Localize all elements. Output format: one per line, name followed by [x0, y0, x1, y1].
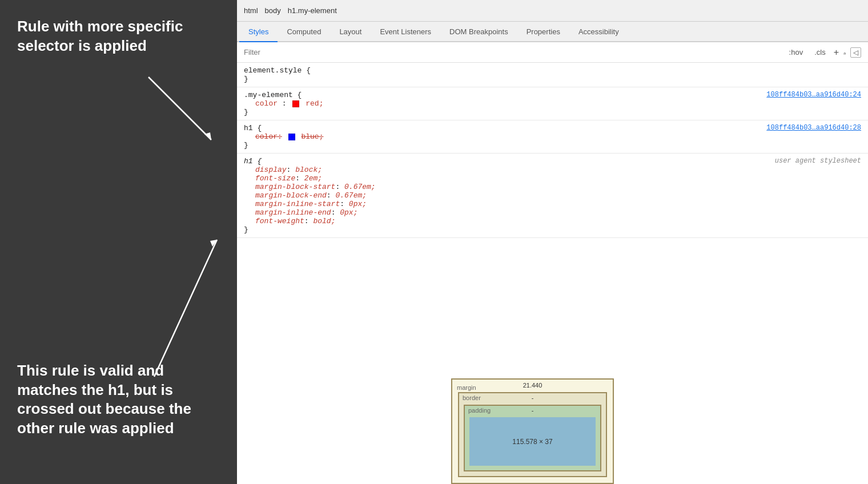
annotation-bottom: This rule is valid and matches the h1, b… — [17, 361, 220, 438]
filter-bar: :hov .cls + ₐ ◁ — [237, 42, 868, 63]
filter-input[interactable] — [244, 48, 358, 57]
border-layer: border - padding - 115.578 × 37 — [458, 392, 607, 477]
annotation-top-text: Rule with more specific selector is appl… — [17, 17, 220, 56]
tab-event-listeners[interactable]: Event Listeners — [371, 22, 440, 42]
left-panel: Rule with more specific selector is appl… — [0, 0, 237, 484]
tab-layout[interactable]: Layout — [330, 22, 371, 42]
breadcrumb-h1[interactable]: h1.my-element — [288, 6, 337, 15]
tab-dom-breakpoints[interactable]: DOM Breakpoints — [440, 22, 517, 42]
svg-marker-3 — [210, 240, 217, 247]
tabs-bar: Styles Computed Layout Event Listeners D… — [237, 22, 868, 42]
my-element-prop-name: color — [255, 99, 278, 108]
padding-value: - — [532, 407, 534, 414]
ua-prop-margin-inline-end: margin-inline-end: 0px; — [244, 208, 861, 217]
subscript-icon[interactable]: ₐ — [843, 49, 846, 56]
hov-button[interactable]: :hov — [786, 47, 807, 58]
my-element-rule: .my-element { 108ff484b03…aa916d40:24 co… — [237, 87, 868, 120]
my-element-selector: .my-element { — [244, 91, 302, 99]
add-style-button[interactable]: + — [834, 47, 839, 58]
h1-rule: h1 { 108ff484b03…aa916d40:28 color: blue… — [237, 120, 868, 154]
element-style-close: } — [244, 75, 861, 83]
blue-swatch[interactable] — [288, 134, 295, 140]
breadcrumb: html body h1.my-element — [237, 0, 868, 22]
red-swatch[interactable] — [292, 100, 299, 107]
margin-label: margin — [457, 384, 476, 391]
annotation-bottom-text: This rule is valid and matches the h1, b… — [17, 361, 220, 438]
svg-line-2 — [154, 240, 217, 377]
ua-stylesheet-label: user agent stylesheet — [775, 157, 861, 165]
h1-prop-name: color: — [255, 132, 282, 141]
breadcrumb-body[interactable]: body — [265, 6, 281, 15]
ua-prop-margin-block-start: margin-block-start: 0.67em; — [244, 183, 861, 191]
content-layer: 115.578 × 37 — [469, 417, 596, 466]
my-element-prop-value: red; — [306, 99, 323, 108]
h1-rule-header: h1 { 108ff484b03…aa916d40:28 — [244, 124, 861, 132]
my-element-rule-header: .my-element { 108ff484b03…aa916d40:24 — [244, 91, 861, 99]
h1-close: } — [244, 141, 861, 150]
ua-prop-font-size: font-size: 2em; — [244, 174, 861, 183]
content-size: 115.578 × 37 — [512, 438, 552, 446]
padding-layer: padding - 115.578 × 37 — [464, 405, 601, 471]
toggle-sidebar-button[interactable]: ◁ — [850, 47, 861, 58]
breadcrumb-html[interactable]: html — [244, 6, 258, 15]
svg-line-0 — [148, 77, 211, 140]
border-value: - — [532, 394, 534, 401]
h1-prop-color: color: blue; — [244, 132, 861, 141]
filter-actions: :hov .cls + ₐ ◁ — [786, 47, 861, 58]
annotation-top: Rule with more specific selector is appl… — [17, 17, 220, 56]
h1-ua-close: } — [244, 225, 861, 234]
ua-prop-display: display: block; — [244, 166, 861, 174]
h1-ua-selector: h1 { — [244, 157, 262, 166]
box-model-container: margin 21.440 border - padding - 115.578… — [451, 378, 614, 484]
margin-value: 21.440 — [523, 382, 542, 389]
tab-computed[interactable]: Computed — [278, 22, 330, 42]
my-element-close: } — [244, 108, 861, 116]
ua-prop-font-weight: font-weight: bold; — [244, 217, 861, 225]
svg-marker-1 — [204, 132, 211, 140]
h1-source[interactable]: 108ff484b03…aa916d40:28 — [766, 124, 861, 132]
my-element-prop-color: color : red; — [244, 99, 861, 108]
cls-button[interactable]: .cls — [811, 47, 829, 58]
h1-ua-rule-header: h1 { user agent stylesheet — [244, 157, 861, 166]
my-element-source[interactable]: 108ff484b03…aa916d40:24 — [766, 91, 861, 99]
ua-prop-margin-block-end: margin-block-end: 0.67em; — [244, 191, 861, 200]
h1-ua-rule: h1 { user agent stylesheet display: bloc… — [237, 154, 868, 238]
tab-styles[interactable]: Styles — [239, 22, 278, 42]
tab-accessibility[interactable]: Accessibility — [569, 22, 628, 42]
element-style-selector: element.style { — [244, 66, 861, 75]
tab-properties[interactable]: Properties — [517, 22, 569, 42]
h1-selector: h1 { — [244, 124, 262, 132]
h1-prop-value: blue; — [301, 132, 323, 141]
element-style-rule: element.style { } — [237, 63, 868, 87]
ua-prop-margin-inline-start: margin-inline-start: 0px; — [244, 200, 861, 208]
